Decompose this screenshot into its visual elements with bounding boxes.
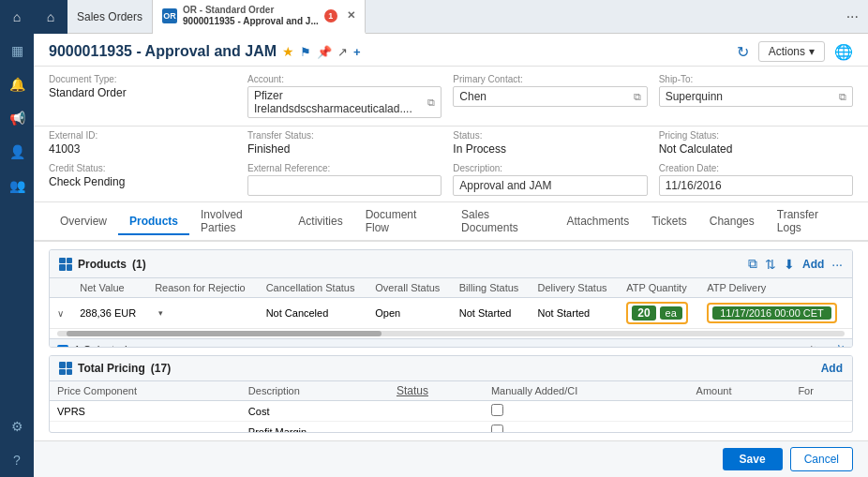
horizontal-scrollbar[interactable] [57,331,845,336]
sidebar-icon-bell[interactable]: 🔔 [7,75,26,94]
col-tp-description[interactable]: Description [241,381,389,401]
col-amount[interactable]: Amount [689,381,791,401]
external-ref-input[interactable] [247,175,441,196]
col-tp-status[interactable]: Status [389,381,484,401]
total-pricing-add-button[interactable]: Add [821,362,843,375]
products-transfer-icon[interactable]: ⇅ [765,257,776,272]
col-delivery[interactable]: Delivery Status [531,278,620,298]
products-download-icon[interactable]: ⬇ [784,257,795,272]
tab-involved-parties[interactable]: Involved Parties [189,202,287,242]
tp-manually-added-1 [484,401,689,422]
tab-standard-order[interactable]: OR OR - Standard Order 9000011935 - Appr… [153,0,366,34]
col-price-component[interactable]: Price Component [50,381,241,401]
credit-status-label: Credit Status: [49,163,236,173]
page-footer: Save Cancel [34,440,868,477]
cancel-button[interactable]: Cancel [790,447,853,471]
primary-contact-input[interactable]: Chen ⧉ [453,86,647,107]
globe-icon[interactable]: 🌐 [834,43,853,61]
col-net-value[interactable]: Net Value [72,278,147,298]
tab-close-icon[interactable]: ✕ [347,9,355,22]
manually-added-checkbox-2[interactable] [491,425,503,433]
next-page-button[interactable]: › [829,343,832,348]
tab-tickets[interactable]: Tickets [640,209,698,235]
products-more-icon[interactable]: ··· [831,257,843,272]
transfer-status-value: Finished [247,142,441,156]
col-overall[interactable]: Overall Status [367,278,452,298]
tab-transfer-logs[interactable]: Transfer Logs [766,202,853,242]
selected-indicator-row: 1 Selected ↯ ‹ › ⟩| [50,338,852,348]
field-primary-contact: Primary Contact: Chen ⧉ [453,74,647,118]
transfer-status-label: Transfer Status: [247,130,441,141]
actions-chevron-icon: ▾ [809,45,815,58]
ship-to-copy-icon[interactable]: ⧉ [839,91,846,103]
row-net-value: 288,36 EUR [72,298,147,329]
pin-icon[interactable]: 📌 [317,45,332,59]
favorite-star-icon[interactable]: ★ [282,44,294,59]
sidebar-icon-help[interactable]: ? [7,451,26,470]
col-for[interactable]: For [790,381,852,401]
tab-sales-documents[interactable]: Sales Documents [450,202,555,242]
col-atp-qty[interactable]: ATP Quantity [619,278,699,298]
col-manually-added[interactable]: Manually Added/CI [484,381,689,401]
tab-activities[interactable]: Activities [287,209,353,235]
sidebar-icon-person[interactable]: 👤 [7,142,26,161]
tp-status-1 [389,401,484,422]
account-input[interactable]: Pfizer Irelandsdscsharmaceuticalad.... ⧉ [247,86,441,118]
pagination: ↯ ‹ › ⟩| [809,343,845,348]
save-button[interactable]: Save [723,448,783,470]
atp-delivery-highlight-box: 11/17/2016 00:00 CET [707,303,837,323]
document-type-value: Standard Order [49,86,236,99]
last-page-button[interactable]: ⟩| [837,343,845,348]
external-ref-label: External Reference: [247,163,441,173]
actions-button[interactable]: Actions ▾ [758,41,825,62]
sidebar-icon-table[interactable]: ▦ [7,41,26,60]
col-billing[interactable]: Billing Status [452,278,531,298]
atp-unit-value: ea [660,306,682,320]
sidebar-icon-megaphone[interactable]: 📢 [7,109,26,127]
row-delivery: Not Started [531,298,620,329]
tab-products[interactable]: Products [118,209,189,235]
refresh-button[interactable]: ↻ [737,43,749,61]
row-expand-icon[interactable]: ∨ [57,308,64,319]
tab-attachments[interactable]: Attachments [555,209,640,235]
sidebar-icon-group[interactable]: 👥 [7,176,26,195]
products-copy-icon[interactable]: ⧉ [748,256,757,272]
tab-sublabel-bottom: 9000011935 - Approval and J... [183,16,319,26]
atp-highlight-box: 20 ea [626,302,688,324]
ship-to-label: Ship-To: [659,74,853,84]
description-input[interactable]: Approval and JAM [453,175,647,196]
row-overall: Open [367,298,452,329]
select-all-checkbox[interactable] [57,345,68,349]
ship-to-value: Superquinn [666,90,723,103]
col-cancellation[interactable]: Cancellation Status [259,278,368,298]
home-button[interactable]: ⌂ [34,0,67,34]
col-atp-delivery[interactable]: ATP Delivery [699,278,852,298]
products-table-container: Net Value Reason for Rejectio Cancellati… [50,278,852,329]
sidebar-icon-home[interactable]: ⌂ [7,7,26,26]
add-icon[interactable]: + [353,45,361,59]
primary-contact-value: Chen [459,90,486,103]
tab-more-button[interactable]: ··· [837,8,868,25]
tab-changes[interactable]: Changes [698,209,766,235]
sidebar-icon-settings[interactable]: ⚙ [7,417,26,436]
flag-icon[interactable]: ⚑ [300,45,311,59]
account-value: Pfizer Irelandsdscsharmaceuticalad.... [254,89,427,115]
tab-document-flow[interactable]: Document Flow [354,202,450,242]
tab-overview[interactable]: Overview [49,209,118,235]
share-icon[interactable]: ↗ [337,45,348,59]
sidebar: ⌂ ▦ 🔔 📢 👤 👥 ⚙ ? [0,0,34,477]
tab-sales-orders[interactable]: Sales Orders [67,0,153,34]
tab-order-icon: OR [162,8,177,23]
ship-to-input[interactable]: Superquinn ⧉ [659,86,853,107]
account-copy-icon[interactable]: ⧉ [427,97,435,109]
manually-added-checkbox-1[interactable] [491,404,503,416]
products-add-button[interactable]: Add [802,258,824,271]
prev-page-button[interactable]: ‹ [821,343,825,348]
tp-for-1 [790,401,852,422]
tp-component-1: VPRS [50,401,241,422]
col-reason[interactable]: Reason for Rejectio [147,278,259,298]
primary-contact-copy-icon[interactable]: ⧉ [634,91,641,103]
creation-date-input[interactable]: 11/16/2016 [659,175,853,196]
reason-dropdown-icon[interactable]: ▾ [158,308,163,318]
creation-date-label: Creation Date: [659,163,853,173]
